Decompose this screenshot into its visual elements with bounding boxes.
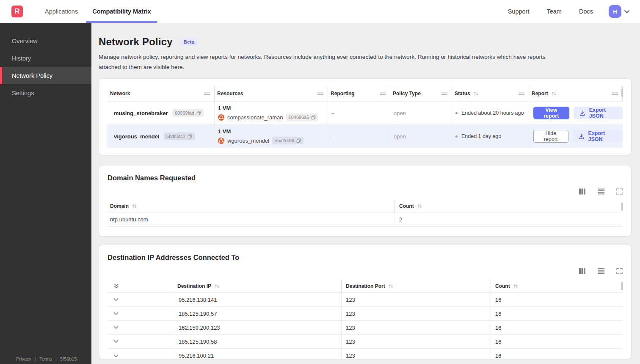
column-menu-icon[interactable] [518, 92, 525, 96]
app-logo[interactable]: R [11, 6, 23, 17]
chevron-down-icon[interactable] [113, 298, 119, 301]
destination-row[interactable]: 95.216.138.141 123 16 [108, 293, 623, 307]
divider: | [55, 356, 57, 361]
domain-table-header: Domain Count [108, 200, 623, 212]
columns-icon[interactable] [579, 268, 586, 274]
nav-link-docs[interactable]: Docs [579, 8, 593, 15]
destination-row[interactable]: 162.159.200.123 123 16 [108, 321, 623, 335]
network-row-vigorous-mendel[interactable]: vigorous_mendel 5bdf3dc1 1 VM vigorous_m [108, 124, 623, 148]
card-title: Destination IP Addresses Connected To [108, 254, 623, 262]
table-toolbar [108, 188, 623, 195]
tab-applications[interactable]: Applications [41, 0, 81, 23]
network-name: musing_stonebraker [114, 110, 168, 116]
nav-link-support[interactable]: Support [508, 8, 530, 15]
tab-compatibility-matrix[interactable]: Compatibility Matrix [89, 0, 154, 23]
chevron-down-icon[interactable] [113, 354, 119, 358]
ip-cell: 185.125.190.57 [174, 307, 341, 320]
status-cell: Ended 1 day ago [452, 125, 529, 148]
expand-all-icon[interactable] [113, 283, 119, 289]
destination-row[interactable]: 185.125.190.58 123 16 [108, 335, 623, 349]
column-header-policy-type: Policy Type [390, 86, 452, 101]
column-menu-icon[interactable] [379, 92, 386, 96]
column-menu-icon[interactable] [317, 92, 324, 96]
count-cell: 16 [491, 321, 623, 334]
column-header-destination-port: Destination Port [341, 279, 491, 292]
count-cell: 16 [491, 349, 623, 359]
fullscreen-icon[interactable] [616, 268, 623, 274]
sidebar-item-overview[interactable]: Overview [0, 32, 91, 50]
vm-id-badge: aba2dd3f [272, 137, 303, 144]
ip-cell: 162.159.200.123 [174, 321, 341, 334]
domain-row[interactable]: ntp.ubuntu.com 2 [108, 212, 623, 227]
columns-icon[interactable] [579, 188, 586, 195]
scrollbar-thumb[interactable] [621, 202, 623, 211]
sidebar-item-history[interactable]: History [0, 50, 91, 67]
rows-density-icon[interactable] [597, 188, 605, 195]
sort-icon[interactable] [388, 284, 394, 289]
main-content: Network Policy Beta Manage network polic… [91, 23, 640, 359]
avatar[interactable]: H [609, 5, 621, 18]
vm-name: compassionate_raman [227, 114, 283, 121]
privacy-link[interactable]: Privacy [16, 356, 31, 361]
sidebar-footer: Privacy | Terms | 5f56b15 [0, 356, 91, 361]
ip-cell: 185.125.190.58 [174, 335, 341, 348]
logo-letter: R [14, 7, 19, 16]
column-header-reporting: Reporting [328, 86, 390, 101]
column-header-resources: Resources [215, 86, 328, 101]
expand-row-cell [108, 335, 174, 348]
copy-icon[interactable] [296, 138, 301, 143]
destination-row[interactable]: 95.216.100.21 123 16 [108, 349, 623, 359]
chevron-down-icon[interactable] [113, 326, 119, 329]
sidebar: Overview History Network Policy Settings… [0, 23, 91, 364]
sort-icon[interactable] [214, 284, 220, 289]
ubuntu-icon [218, 114, 224, 121]
hide-report-button[interactable]: Hide report [533, 130, 568, 143]
rows-density-icon[interactable] [597, 268, 605, 274]
status-cell: Ended about 20 hours ago [452, 102, 529, 124]
nav-link-team[interactable]: Team [546, 8, 561, 15]
copy-icon[interactable] [311, 115, 316, 120]
beta-badge: Beta [180, 38, 198, 46]
export-json-button[interactable]: Export JSON [574, 107, 623, 119]
report-cell: View report Export JSON [529, 102, 623, 124]
resources-cell: 1 VM compassionate_raman 184696a5 [215, 102, 328, 124]
domain-names-card: Domain Names Requested Domain Count [99, 165, 632, 237]
copy-icon[interactable] [196, 111, 201, 116]
column-menu-icon[interactable] [612, 92, 618, 96]
sort-icon[interactable] [473, 91, 479, 96]
export-json-button[interactable]: Export JSON [573, 130, 623, 143]
destination-row[interactable]: 185.125.190.57 123 16 [108, 307, 623, 321]
network-table-header: Network Resources Reporting Policy Type [108, 86, 623, 101]
network-row-musing-stonebraker[interactable]: musing_stonebraker 60959fad 1 VM compass [108, 101, 623, 124]
column-header-destination-ip: Destination IP [174, 279, 341, 292]
view-report-button[interactable]: View report [533, 107, 569, 119]
sidebar-item-network-policy[interactable]: Network Policy [0, 67, 91, 84]
table-toolbar [108, 268, 623, 274]
scrollbar-thumb[interactable] [621, 282, 623, 290]
sort-icon[interactable] [513, 284, 519, 289]
nav-right: Support Team Docs H [491, 5, 640, 18]
terms-link[interactable]: Terms [39, 356, 52, 361]
expand-row-cell [108, 293, 174, 306]
fullscreen-icon[interactable] [616, 188, 623, 195]
scrollbar-thumb[interactable] [621, 88, 623, 97]
copy-icon[interactable] [188, 134, 192, 139]
column-header-network: Network [108, 86, 215, 101]
sort-icon[interactable] [417, 204, 422, 209]
chevron-down-icon[interactable] [113, 340, 119, 343]
page-title: Network Policy [99, 36, 173, 48]
status-dot [455, 135, 458, 138]
sort-icon[interactable] [132, 204, 137, 209]
port-cell: 123 [341, 335, 491, 348]
column-menu-icon[interactable] [204, 92, 210, 96]
chevron-down-icon[interactable] [113, 312, 119, 315]
sort-icon[interactable] [551, 91, 557, 96]
sidebar-item-settings[interactable]: Settings [0, 84, 91, 102]
count-cell: 16 [491, 307, 623, 320]
column-menu-icon[interactable] [441, 92, 448, 96]
destination-ip-card: Destination IP Addresses Connected To De… [99, 245, 632, 359]
chevron-down-icon[interactable] [624, 10, 630, 14]
column-header-count: Count [394, 200, 623, 212]
top-navigation: R Applications Compatibility Matrix Supp… [0, 0, 640, 23]
port-cell: 123 [341, 349, 491, 359]
